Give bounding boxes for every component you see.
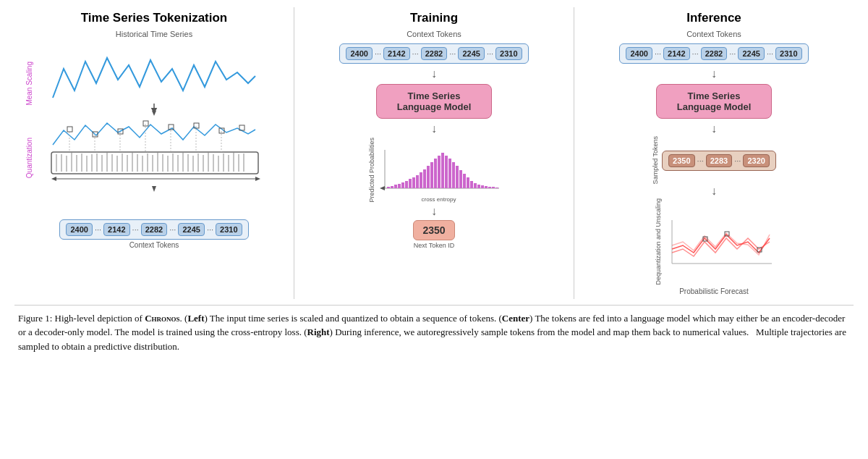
right-context-tokens-top: Context Tokens 2400 ··· 2142 ··· 2282 ··… bbox=[619, 30, 808, 64]
svg-marker-51 bbox=[255, 177, 260, 181]
mean-scaling-label: Mean Scaling bbox=[25, 62, 33, 106]
svg-rect-80 bbox=[448, 159, 451, 188]
svg-marker-50 bbox=[51, 177, 56, 181]
quantization-label: Quantization bbox=[25, 138, 33, 178]
svg-rect-89 bbox=[481, 185, 484, 188]
right-arrow2: ↓ bbox=[711, 123, 717, 135]
predicted-probs-label: Predicted Probabilities bbox=[368, 138, 375, 203]
next-token-box: 2350 bbox=[413, 220, 454, 240]
svg-rect-68 bbox=[405, 181, 408, 188]
prob-area: Predicted Probabilities bbox=[368, 138, 501, 203]
svg-rect-10 bbox=[51, 152, 258, 174]
historical-label: Historical Time Series bbox=[116, 30, 192, 38]
svg-rect-5 bbox=[143, 121, 148, 126]
left-diagram-svg bbox=[38, 40, 270, 214]
caption-area: Figure 1: High-level depiction of Chrono… bbox=[14, 306, 854, 358]
svg-rect-90 bbox=[485, 186, 488, 188]
right-model-box: Time Series Language Model bbox=[656, 84, 772, 119]
center-arrow2: ↓ bbox=[431, 123, 437, 135]
svg-rect-85 bbox=[467, 177, 469, 188]
svg-rect-84 bbox=[463, 174, 466, 188]
main-container: Time Series Tokenization Historical Time… bbox=[0, 0, 868, 364]
right-ctx-label: Context Tokens bbox=[686, 30, 741, 38]
left-label: Left bbox=[187, 313, 204, 324]
svg-rect-67 bbox=[401, 182, 404, 188]
sampled-tokens-area: Sampled Tokens 2350 ··· 2283 ··· 2320 bbox=[652, 136, 776, 184]
svg-rect-66 bbox=[398, 184, 401, 188]
svg-rect-87 bbox=[474, 183, 477, 188]
center-arrow1: ↓ bbox=[431, 68, 437, 80]
right-panel-title: Inference bbox=[686, 11, 741, 25]
left-panel: Time Series Tokenization Historical Time… bbox=[14, 7, 294, 299]
right-arrow3: ↓ bbox=[711, 185, 717, 197]
svg-rect-93 bbox=[495, 188, 498, 188]
right-panel: Inference Context Tokens 2400 ··· 2142 ·… bbox=[574, 7, 854, 299]
svg-rect-75 bbox=[430, 162, 433, 188]
left-panel-title: Time Series Tokenization bbox=[81, 11, 228, 25]
center-model-box: Time Series Language Model bbox=[376, 84, 492, 119]
figure-num: Figure 1: bbox=[18, 313, 52, 324]
svg-marker-52 bbox=[152, 186, 156, 192]
svg-rect-64 bbox=[391, 186, 393, 188]
forecast-svg bbox=[665, 213, 773, 271]
svg-rect-77 bbox=[438, 156, 441, 188]
cross-entropy-label: cross entropy bbox=[378, 196, 501, 203]
center-ctx-label: Context Tokens bbox=[407, 30, 461, 38]
svg-rect-73 bbox=[423, 169, 426, 188]
dequant-area: Dequantization and Unscaling bbox=[655, 198, 773, 285]
prob-bars-svg bbox=[378, 146, 501, 193]
center-context-tokens-top: Context Tokens 2400 ··· 2142 ··· 2282 ··… bbox=[339, 30, 528, 64]
diagrams-row: Time Series Tokenization Historical Time… bbox=[14, 7, 854, 306]
svg-rect-71 bbox=[416, 175, 419, 188]
context-tokens-label-left: Context Tokens bbox=[129, 241, 179, 249]
svg-rect-79 bbox=[445, 156, 448, 188]
svg-rect-83 bbox=[459, 170, 462, 188]
center-token-row: 2400 ··· 2142 ··· 2282 ··· 2245 ··· 2310 bbox=[339, 43, 528, 64]
prob-forecast-label: Probabilistic Forecast bbox=[679, 287, 749, 295]
svg-rect-92 bbox=[492, 187, 495, 188]
token-2400: 2400 bbox=[66, 223, 92, 236]
right-arrow1: ↓ bbox=[711, 68, 717, 80]
token-2142: 2142 bbox=[103, 223, 129, 236]
right-token-row: 2400 ··· 2142 ··· 2282 ··· 2245 ··· 2310 bbox=[619, 43, 808, 64]
center-label: Center bbox=[502, 313, 529, 324]
svg-rect-65 bbox=[394, 185, 397, 188]
center-panel: Training Context Tokens 2400 ··· 2142 ··… bbox=[294, 7, 574, 299]
svg-rect-81 bbox=[452, 162, 455, 188]
svg-rect-88 bbox=[477, 185, 480, 188]
svg-rect-70 bbox=[412, 177, 415, 188]
sampled-row: 2350 ··· 2283 ··· 2320 bbox=[662, 151, 776, 171]
token-2282: 2282 bbox=[141, 223, 167, 236]
svg-rect-82 bbox=[456, 166, 459, 188]
svg-rect-86 bbox=[470, 181, 473, 188]
svg-marker-1 bbox=[152, 111, 156, 116]
svg-rect-78 bbox=[441, 153, 444, 188]
svg-rect-69 bbox=[409, 179, 412, 188]
svg-rect-74 bbox=[427, 166, 430, 188]
svg-rect-91 bbox=[488, 187, 491, 188]
svg-rect-63 bbox=[387, 187, 390, 188]
center-panel-title: Training bbox=[410, 11, 458, 25]
svg-rect-76 bbox=[434, 159, 437, 188]
right-label: Right bbox=[307, 327, 330, 337]
dequant-label: Dequantization and Unscaling bbox=[655, 198, 662, 285]
token-2245: 2245 bbox=[178, 223, 204, 236]
context-tokens-row-left: 2400 ··· 2142 ··· 2282 ··· 2245 ··· 2310 bbox=[59, 219, 248, 240]
svg-rect-72 bbox=[420, 172, 422, 188]
svg-rect-2 bbox=[67, 127, 72, 132]
next-token-label: Next Token ID bbox=[414, 242, 454, 249]
sampled-tokens-label: Sampled Tokens bbox=[652, 136, 659, 184]
center-arrow3: ↓ bbox=[431, 206, 437, 217]
chronos-name: Chronos bbox=[145, 313, 179, 324]
bars-wrapper: cross entropy bbox=[378, 146, 501, 203]
token-2310: 2310 bbox=[216, 223, 242, 236]
svg-marker-62 bbox=[380, 186, 385, 190]
left-panel-content: Historical Time Series Mean Scaling Quan… bbox=[22, 30, 286, 249]
